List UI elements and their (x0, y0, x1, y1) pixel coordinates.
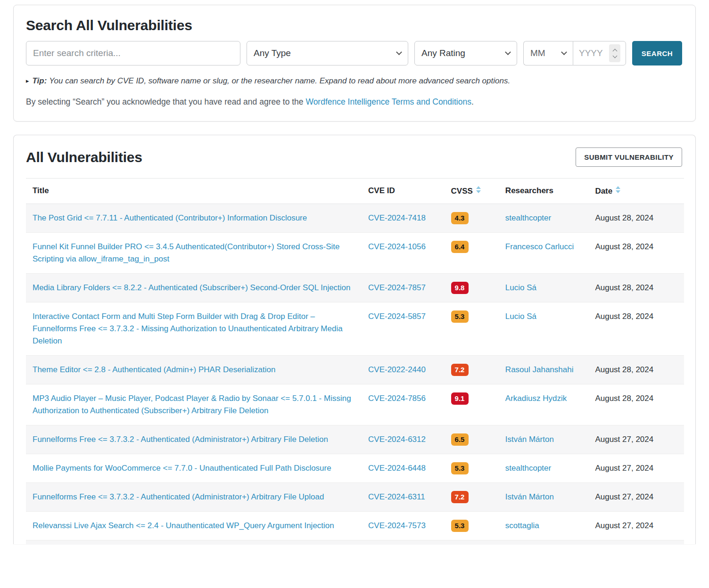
search-tip: ▸Tip: You can search by CVE ID, software… (26, 76, 684, 86)
vulnerability-title-link[interactable]: Theme Editor <= 2.8 - Authenticated (Adm… (33, 365, 275, 374)
researcher-link[interactable]: stealthcopter (505, 464, 551, 473)
chevron-down-icon (396, 49, 402, 55)
cve-id-link[interactable]: CVE-2024-1056 (368, 242, 426, 251)
vulnerability-title-link[interactable]: Mollie Payments for WooCommerce <= 7.7.0… (33, 464, 331, 473)
sort-arrows-icon[interactable] (616, 186, 620, 193)
researcher-link[interactable]: Lucio Sá (505, 283, 536, 292)
researcher-link[interactable]: scottaglia (505, 521, 539, 530)
cve-id-link[interactable]: CVE-2024-6311 (368, 492, 425, 501)
title-cell: Funnelforms Free <= 3.7.3.2 - Authentica… (26, 482, 362, 511)
vulnerability-title-link[interactable]: Funnel Kit Funnel Builder PRO <= 3.4.5 A… (33, 242, 340, 263)
tip-text: You can search by CVE ID, software name … (49, 76, 510, 85)
date-cell: August 27, 2024 (588, 511, 684, 540)
cve-id-link[interactable]: CVE-2024-6312 (368, 435, 426, 444)
title-cell: Funnelforms Free <= 3.7.3.2 - Authentica… (26, 425, 362, 454)
researcher-cell: Arkadiusz Hydzik (499, 384, 589, 425)
cvss-badge: 7.2 (451, 491, 469, 503)
cve-id-link[interactable]: CVE-2024-7573 (368, 521, 426, 530)
researcher-cell: Francesco Carlucci (499, 232, 589, 273)
cve-cell: CVE-2024-6448 (362, 454, 445, 482)
researcher-link[interactable]: stealthcopter (505, 213, 551, 222)
vulnerabilities-title: All Vulnerabilities (26, 149, 142, 165)
date-cell: August 28, 2024 (588, 302, 684, 355)
date-cell: August 28, 2024 (588, 355, 684, 384)
vulnerability-title-link[interactable]: Relevanssi Live Ajax Search <= 2.4 - Una… (33, 521, 334, 530)
terms-text-suffix: . (471, 97, 474, 106)
researcher-cell: Lucio Sá (499, 273, 589, 302)
table-row: Funnelforms Free <= 3.7.3.2 - Authentica… (26, 482, 684, 511)
title-cell: Relevanssi Live Ajax Search <= 2.4 - Una… (26, 511, 362, 540)
expand-caret-icon[interactable]: ▸ (26, 77, 29, 84)
researcher-link[interactable]: Lucio Sá (505, 312, 536, 321)
table-row: The Post Grid <= 7.7.11 - Authenticated … (26, 204, 684, 232)
researcher-cell: scottaglia (499, 511, 589, 540)
researcher-cell: István Márton (499, 425, 589, 454)
type-select[interactable]: Any Type (247, 41, 408, 65)
researcher-link[interactable]: Francesco Carlucci (505, 242, 574, 251)
vulnerability-title-link[interactable]: Interactive Contact Form and Multi Step … (33, 312, 343, 345)
cve-id-link[interactable]: CVE-2024-7856 (368, 394, 426, 403)
search-input[interactable] (26, 41, 240, 65)
terms-link[interactable]: Wordfence Intelligence Terms and Conditi… (305, 97, 471, 106)
cvss-badge: 6.4 (451, 241, 469, 253)
title-cell: Funnel Kit Funnel Builder PRO <= 3.4.5 A… (26, 232, 362, 273)
date-cell: August 28, 2024 (588, 273, 684, 302)
cve-id-link[interactable]: CVE-2024-7418 (368, 213, 426, 222)
vulnerability-title-link[interactable]: Media Library Folders <= 8.2.2 - Authent… (33, 283, 351, 292)
rating-select-value: Any Rating (421, 48, 465, 58)
vulnerabilities-panel-header: All Vulnerabilities SUBMIT VULNERABILITY (26, 147, 684, 167)
number-spinner[interactable] (609, 44, 620, 62)
tip-label: Tip: (33, 76, 47, 85)
chevron-down-icon (505, 49, 511, 55)
month-select[interactable]: MM (523, 41, 573, 65)
column-header-title: Title (26, 179, 362, 204)
cvss-cell: 5.3 (445, 511, 499, 540)
year-field (573, 41, 626, 65)
title-cell: The Post Grid <= 7.7.11 - Authenticated … (26, 204, 362, 232)
table-row: Theme Editor <= 2.8 - Authenticated (Adm… (26, 355, 684, 384)
cve-cell: CVE-2024-7418 (362, 204, 445, 232)
vulnerability-title-link[interactable]: Funnelforms Free <= 3.7.3.2 - Authentica… (33, 492, 324, 501)
spinner-up-icon[interactable] (612, 49, 617, 53)
vulnerability-title-link[interactable]: Funnelforms Free <= 3.7.3.2 - Authentica… (33, 435, 328, 444)
researcher-link[interactable]: István Márton (505, 492, 554, 501)
title-cell: Theme Editor <= 2.8 - Authenticated (Adm… (26, 355, 362, 384)
column-header-date[interactable]: Date (588, 179, 684, 204)
date-cell: August 28, 2024 (588, 384, 684, 425)
researcher-link[interactable]: István Márton (505, 435, 554, 444)
researcher-link[interactable]: Arkadiusz Hydzik (505, 394, 567, 403)
search-controls-row: Any Type Any Rating MM (26, 41, 684, 65)
table-row: Relevanssi Live Ajax Search <= 2.4 - Una… (26, 511, 684, 540)
cve-id-link[interactable]: CVE-2022-2440 (368, 365, 426, 374)
title-cell: Interactive Contact Form and Multi Step … (26, 302, 362, 355)
title-cell: Media Library Folders <= 8.2.2 - Authent… (26, 273, 362, 302)
vulnerability-title-link[interactable]: MP3 Audio Player – Music Player, Podcast… (33, 394, 351, 415)
table-row: Interactive Contact Form and Multi Step … (26, 302, 684, 355)
title-cell: Mollie Payments for WooCommerce <= 7.7.0… (26, 454, 362, 482)
cvss-badge: 5.3 (451, 310, 469, 323)
date-cell: August 27, 2024 (588, 482, 684, 511)
table-row-partial (26, 540, 684, 544)
rating-select[interactable]: Any Rating (414, 41, 517, 65)
sort-arrows-icon[interactable] (476, 186, 481, 193)
submit-vulnerability-button[interactable]: SUBMIT VULNERABILITY (576, 147, 682, 167)
cve-cell: CVE-2024-7856 (362, 384, 445, 425)
table-row: Mollie Payments for WooCommerce <= 7.7.0… (26, 454, 684, 482)
cvss-cell: 6.5 (445, 425, 499, 454)
researcher-cell: Rasoul Jahanshahi (499, 355, 589, 384)
cve-id-link[interactable]: CVE-2024-5857 (368, 312, 426, 321)
search-button[interactable]: SEARCH (632, 41, 682, 65)
cve-cell: CVE-2024-6312 (362, 425, 445, 454)
vulnerability-title-link[interactable]: The Post Grid <= 7.7.11 - Authenticated … (33, 213, 307, 222)
cvss-cell: 5.3 (445, 302, 499, 355)
cvss-cell: 9.8 (445, 273, 499, 302)
spinner-down-icon[interactable] (612, 53, 617, 58)
cve-id-link[interactable]: CVE-2024-6448 (368, 464, 426, 473)
researcher-cell: Lucio Sá (499, 302, 589, 355)
researcher-link[interactable]: Rasoul Jahanshahi (505, 365, 574, 374)
year-input[interactable] (579, 48, 607, 58)
search-panel-title: Search All Vulnerabilities (26, 17, 684, 33)
column-header-cve: CVE ID (362, 179, 445, 204)
column-header-cvss[interactable]: CVSS (445, 179, 499, 204)
cve-id-link[interactable]: CVE-2024-7857 (368, 283, 426, 292)
